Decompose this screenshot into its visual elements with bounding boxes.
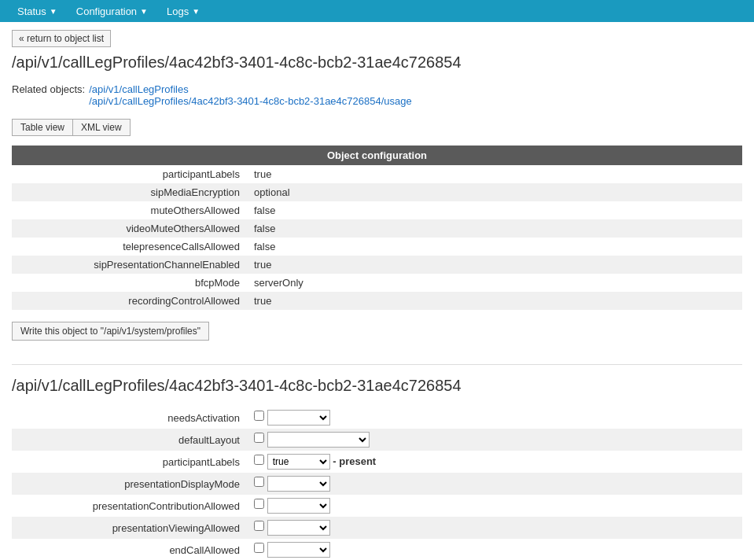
table-row: muteOthersAllowed false bbox=[12, 201, 742, 219]
edit-key-4: presentationContributionAllowed bbox=[12, 495, 248, 517]
table-row: telepresenceCallsAllowed false bbox=[12, 238, 742, 256]
config-key-3: videoMuteOthersAllowed bbox=[12, 219, 248, 238]
object-config-header: Object configuration bbox=[12, 146, 742, 165]
config-val-0: true bbox=[248, 165, 742, 183]
edit-form-table: needsActivation defaultLayout participan… bbox=[12, 407, 742, 560]
config-key-1: sipMediaEncryption bbox=[12, 183, 248, 201]
edit-key-5: presentationViewingAllowed bbox=[12, 517, 248, 539]
table-row: videoMuteOthersAllowed false bbox=[12, 219, 742, 238]
object-config-table: Object configuration participantLabels t… bbox=[12, 146, 742, 310]
nav-status-arrow: ▼ bbox=[50, 7, 57, 16]
config-val-2: false bbox=[248, 201, 742, 219]
list-item: presentationDisplayMode bbox=[12, 473, 742, 495]
edit-select-1[interactable] bbox=[267, 432, 370, 448]
config-val-4: false bbox=[248, 238, 742, 256]
edit-key-0: needsActivation bbox=[12, 407, 248, 429]
edit-checkbox-1[interactable] bbox=[254, 433, 264, 443]
config-val-7: true bbox=[248, 292, 742, 310]
nav-logs[interactable]: Logs ▼ bbox=[157, 0, 209, 22]
nav-logs-arrow: ▼ bbox=[192, 7, 200, 16]
table-row: participantLabels true bbox=[12, 165, 742, 183]
edit-key-2: participantLabels bbox=[12, 451, 248, 473]
config-val-1: optional bbox=[248, 183, 742, 201]
config-key-5: sipPresentationChannelEnabled bbox=[12, 256, 248, 274]
list-item: endCallAllowed bbox=[12, 539, 742, 560]
edit-val-5 bbox=[248, 517, 742, 539]
list-item: presentationViewingAllowed bbox=[12, 517, 742, 539]
return-to-list-button[interactable]: « return to object list bbox=[12, 30, 111, 47]
edit-key-1: defaultLayout bbox=[12, 429, 248, 451]
edit-val-2: truefalse - present bbox=[248, 451, 742, 473]
related-link-1[interactable]: /api/v1/callLegProfiles/4ac42bf3-3401-4c… bbox=[89, 95, 412, 107]
nav-configuration-label: Configuration bbox=[76, 6, 137, 17]
edit-select-2[interactable]: truefalse bbox=[267, 454, 330, 470]
config-val-6: serverOnly bbox=[248, 274, 742, 292]
tab-xml-view[interactable]: XML view bbox=[72, 119, 131, 136]
list-item: participantLabels truefalse - present bbox=[12, 451, 742, 473]
related-objects-label: Related objects: bbox=[12, 83, 85, 95]
list-item: defaultLayout bbox=[12, 429, 742, 451]
edit-checkbox-2[interactable] bbox=[254, 455, 264, 465]
write-object-button[interactable]: Write this object to "/api/v1/system/pro… bbox=[12, 322, 209, 341]
page-title: /api/v1/callLegProfiles/4ac42bf3-3401-4c… bbox=[12, 53, 742, 76]
nav-status[interactable]: Status ▼ bbox=[8, 0, 67, 22]
edit-checkbox-0[interactable] bbox=[254, 411, 264, 421]
edit-val-3 bbox=[248, 473, 742, 495]
edit-key-6: endCallAllowed bbox=[12, 539, 248, 560]
config-val-3: false bbox=[248, 219, 742, 238]
related-objects: Related objects: /api/v1/callLegProfiles… bbox=[12, 83, 742, 107]
list-item: presentationContributionAllowed bbox=[12, 495, 742, 517]
list-item: needsActivation bbox=[12, 407, 742, 429]
edit-val-1 bbox=[248, 429, 742, 451]
edit-select-0[interactable] bbox=[267, 410, 330, 426]
nav-status-label: Status bbox=[17, 6, 46, 17]
config-key-4: telepresenceCallsAllowed bbox=[12, 238, 248, 256]
edit-checkbox-6[interactable] bbox=[254, 543, 264, 553]
tab-table-view[interactable]: Table view bbox=[12, 119, 72, 136]
edit-checkbox-3[interactable] bbox=[254, 477, 264, 487]
edit-checkbox-5[interactable] bbox=[254, 521, 264, 531]
config-val-5: true bbox=[248, 256, 742, 274]
nav-configuration-arrow: ▼ bbox=[140, 7, 148, 16]
edit-val-4 bbox=[248, 495, 742, 517]
related-link-0[interactable]: /api/v1/callLegProfiles bbox=[89, 83, 188, 95]
present-label-2: - present bbox=[333, 455, 376, 467]
edit-checkbox-4[interactable] bbox=[254, 499, 264, 509]
top-nav: Status ▼ Configuration ▼ Logs ▼ bbox=[0, 0, 754, 22]
edit-select-3[interactable] bbox=[267, 476, 330, 492]
edit-select-6[interactable] bbox=[267, 542, 330, 558]
view-tabs: Table view XML view bbox=[12, 119, 742, 136]
main-content: « return to object list /api/v1/callLegP… bbox=[0, 22, 754, 560]
nav-configuration[interactable]: Configuration ▼ bbox=[67, 0, 157, 22]
table-row: bfcpMode serverOnly bbox=[12, 274, 742, 292]
edit-val-6 bbox=[248, 539, 742, 560]
edit-key-3: presentationDisplayMode bbox=[12, 473, 248, 495]
edit-select-5[interactable] bbox=[267, 520, 330, 536]
config-key-7: recordingControlAllowed bbox=[12, 292, 248, 310]
table-row: sipPresentationChannelEnabled true bbox=[12, 256, 742, 274]
edit-section-title: /api/v1/callLegProfiles/4ac42bf3-3401-4c… bbox=[12, 377, 742, 399]
config-key-0: participantLabels bbox=[12, 165, 248, 183]
related-links: /api/v1/callLegProfiles /api/v1/callLegP… bbox=[89, 83, 412, 107]
nav-logs-label: Logs bbox=[167, 6, 189, 17]
edit-val-0 bbox=[248, 407, 742, 429]
config-key-6: bfcpMode bbox=[12, 274, 248, 292]
table-row: sipMediaEncryption optional bbox=[12, 183, 742, 201]
section-divider bbox=[12, 364, 742, 365]
edit-select-4[interactable] bbox=[267, 498, 330, 514]
config-key-2: muteOthersAllowed bbox=[12, 201, 248, 219]
table-row: recordingControlAllowed true bbox=[12, 292, 742, 310]
